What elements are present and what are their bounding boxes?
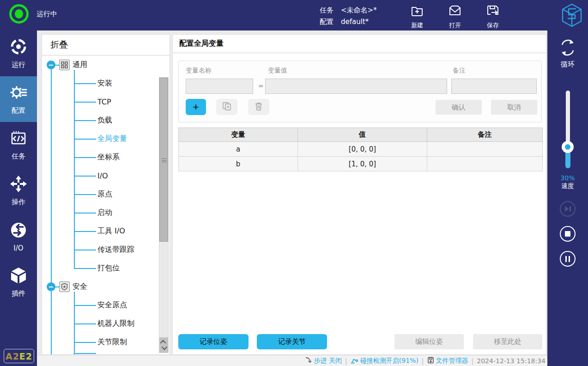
speed-label: 速度 [547,182,588,190]
tree-item-io[interactable]: I/O [97,166,108,185]
tree-group-general[interactable]: 通用 [73,55,87,74]
tree-line [74,194,96,195]
tree-line [74,139,96,140]
copy-variable-button[interactable] [216,99,237,115]
new-button-label: 新建 [411,21,423,30]
delete-variable-button[interactable] [248,99,269,115]
topbar-actions: 新建 打开 保存 [406,4,503,30]
step-forward-icon [565,206,571,212]
value-label: 变量值 [268,67,287,75]
task-label: 任务 [320,5,341,16]
new-button[interactable]: 新建 [406,4,428,30]
table-row[interactable]: a [0, 0, 0] [179,142,543,157]
sidebar-item-plugin[interactable]: 插件 [0,259,37,305]
cell-value[interactable]: [1, 0, 0] [298,157,427,171]
tree-line [74,353,96,354]
cell-variable[interactable]: b [179,157,298,171]
tree-item-install[interactable]: 安装 [97,74,112,92]
sidebar-item-label: 操作 [12,198,25,207]
tree-line [74,268,96,269]
robot-arm-icon [351,356,358,365]
table-row[interactable]: b [1, 0, 0] [179,157,543,171]
sidebar-item-io[interactable]: I/O [0,214,37,259]
tree-line [74,342,96,343]
loop-icon [558,38,577,59]
tree-item-pack-position[interactable]: 打包位 [97,259,120,277]
tree-line [74,176,96,177]
cell-note[interactable] [427,142,543,157]
open-file-icon [448,4,462,20]
run-status-label: 运行中 [36,10,57,18]
stop-button[interactable] [560,226,576,242]
tree-line [74,323,96,324]
step-forward-button[interactable] [560,201,576,217]
cancel-button[interactable]: 取消 [491,100,537,115]
trash-icon [254,101,264,113]
sidebar-item-label: 配置 [12,106,25,115]
confirm-button[interactable]: 确认 [436,100,482,115]
pause-button[interactable] [560,251,576,267]
right-sidebar: 循环 30% 速度 [547,30,588,366]
tree-line [74,250,96,250]
tree-item-coordinate[interactable]: 坐标系 [97,148,120,166]
page-title: 配置全局变量 [173,35,546,53]
tree-item-global-variables[interactable]: 全局变量 [97,129,127,148]
task-code-icon [9,129,28,149]
tree-item-tool-io[interactable]: 工具 I/O [97,222,125,240]
file-manager-label: 文件管理器 [436,357,468,365]
tree-item-joint-limits[interactable]: 关节限制 [97,333,127,351]
sidebar-item-label: I/O [13,244,23,252]
variable-value-input[interactable] [265,79,447,94]
sidebar-item-run[interactable]: 运行 [0,30,37,76]
pause-icon [565,256,570,262]
tree-line [74,157,96,158]
step-status[interactable]: 步进 关闭 [305,357,342,365]
tree-scroll-buttons[interactable] [159,337,168,353]
save-button[interactable]: 保存 [482,4,503,30]
app-root: 运行中 任务<未命名>* 配置default* 新建 打开 保存 [0,0,588,366]
sidebar-item-config[interactable]: 配置 [0,76,37,122]
tree-item-robot-limits[interactable]: 机器人限制 [97,314,134,333]
speed-slider[interactable] [547,91,588,183]
running-indicator-icon [9,4,29,24]
note-input[interactable] [451,79,537,94]
col-header-note: 备注 [427,128,543,142]
file-manager[interactable]: 文件管理器 [427,357,468,365]
sidebar-item-operate[interactable]: 操作 [0,168,37,214]
tree-item-tcp[interactable]: TCP [97,92,111,111]
cell-variable[interactable]: a [179,142,298,157]
tree-item-startup[interactable]: 启动 [97,203,112,222]
collapse-toggle-general[interactable] [47,61,55,69]
record-joint-button[interactable]: 记录关节 [257,334,327,349]
general-group-icon [59,60,70,70]
tree-line [55,287,59,287]
variable-name-input[interactable] [186,79,253,94]
safety-group-icon [59,281,70,292]
name-label: 变量名称 [186,67,212,75]
loop-button[interactable]: 循环 [547,38,588,69]
open-button[interactable]: 打开 [444,4,466,30]
move-here-button[interactable]: 移至此处 [473,334,542,349]
cell-value[interactable]: [0, 0, 0] [298,142,427,157]
tree-line [74,213,96,214]
collision-status[interactable]: 碰撞检测开启(91%) [351,356,418,365]
tree-item-payload[interactable]: 负载 [97,111,112,129]
add-variable-button[interactable]: + [186,99,206,115]
tree-scrollbar[interactable] [159,77,169,353]
tree-item-conveyor[interactable]: 传送带跟踪 [97,240,134,259]
slider-thumb[interactable] [562,141,574,153]
center-region: 折叠 [37,30,547,366]
tree-collapse-header[interactable]: 折叠 [42,35,170,55]
tree-group-safety[interactable]: 安全 [73,277,87,296]
tree-item-safety-home[interactable]: 安全原点 [97,296,127,314]
sidebar-item-task[interactable]: 任务 [0,122,37,168]
record-pose-button[interactable]: 记录位姿 [178,334,249,349]
edit-pose-button[interactable]: 编辑位姿 [394,334,464,349]
cell-note[interactable] [427,157,543,171]
collapse-toggle-safety[interactable] [47,282,55,291]
tree-line [74,292,75,354]
tree-item-home[interactable]: 原点 [97,185,112,203]
tree-scrollbar-thumb[interactable] [159,78,168,242]
step-status-label: 步进 关闭 [314,357,342,365]
separator: | [345,357,347,365]
